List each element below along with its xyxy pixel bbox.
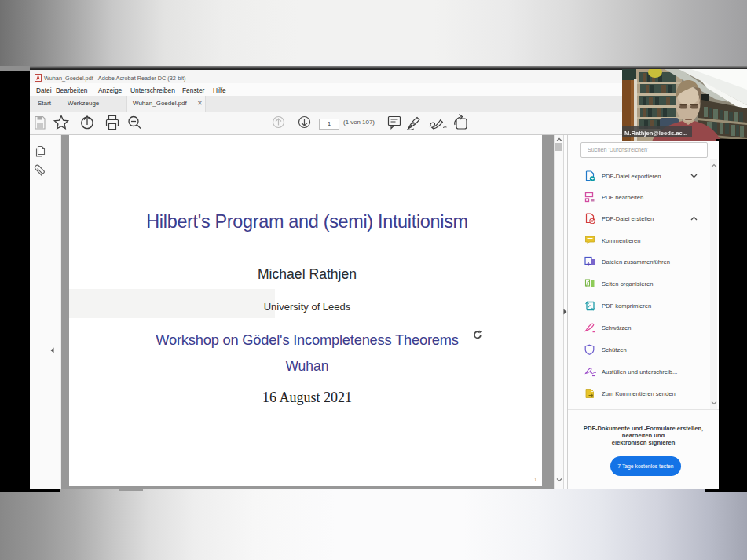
- svg-text:M.Rathjen@leeds.ac...: M.Rathjen@leeds.ac...: [624, 130, 687, 137]
